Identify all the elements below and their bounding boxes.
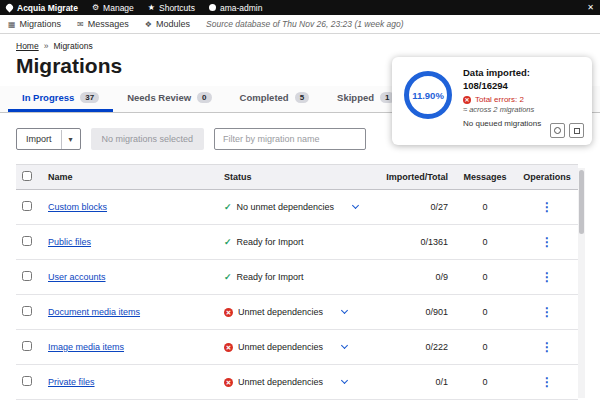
source-database-note: Source database of Thu Nov 26, 23:23 (1 … [206, 19, 404, 29]
select-all-checkbox[interactable] [22, 171, 32, 181]
tab-count-badge: 0 [197, 92, 211, 103]
error-icon: ✕ [224, 378, 233, 387]
migration-link[interactable]: Private files [48, 377, 95, 387]
col-messages: Messages [454, 165, 516, 190]
brand-label: Acquia Migrate [17, 3, 78, 13]
close-icon[interactable]: ✕ [587, 3, 594, 12]
breadcrumb: Home » Migrations [0, 34, 600, 51]
table-row: Document media items ✕Unmet dependencies… [16, 295, 578, 330]
row-checkbox[interactable] [22, 376, 32, 386]
tab-in-progress[interactable]: In Progress 37 [8, 86, 113, 112]
col-name: Name [42, 165, 218, 190]
data-imported-label: Data imported: [463, 67, 541, 80]
breadcrumb-current: Migrations [53, 41, 92, 51]
progress-card-buttons [550, 123, 584, 138]
kebab-menu-icon[interactable]: ⋮ [541, 235, 553, 249]
migration-link[interactable]: Custom blocks [48, 202, 107, 212]
chevron-down-icon: ▾ [61, 130, 80, 149]
table-row: User accounts ✓Ready for Import 0/9 0 ⋮ [16, 260, 578, 295]
stop-icon [574, 128, 580, 134]
puzzle-icon: ❖ [145, 20, 152, 29]
col-imported-total: Imported/Total [376, 165, 454, 190]
admin-item-shortcuts[interactable]: ★ Shortcuts [148, 3, 195, 13]
migrations-table: Name Status Imported/Total Messages Oper… [16, 164, 578, 400]
kebab-menu-icon[interactable]: ⋮ [541, 200, 553, 214]
table-row: Image media items ✕Unmet dependencies 0/… [16, 330, 578, 365]
row-checkbox[interactable] [22, 236, 32, 246]
migration-link[interactable]: Image media items [48, 342, 124, 352]
check-icon: ✓ [224, 202, 232, 212]
messages-count: 0 [454, 365, 516, 400]
across-migrations-note: ≈ across 2 migrations [463, 105, 541, 115]
imported-total-value: 0/901 [376, 295, 454, 330]
migration-link[interactable]: Document media items [48, 307, 140, 317]
brand-acquia-migrate[interactable]: Acquia Migrate [6, 3, 78, 13]
total-errors-line[interactable]: ✕ Total errors: 2 [463, 95, 541, 106]
table-header-row: Name Status Imported/Total Messages Oper… [16, 165, 578, 190]
kebab-menu-icon[interactable]: ⋮ [541, 340, 553, 354]
scrollbar-thumb[interactable] [579, 170, 584, 234]
acquia-droplet-icon [5, 3, 15, 13]
toolbar-item-modules[interactable]: ❖ Modules [145, 19, 190, 29]
kebab-menu-icon[interactable]: ⋮ [541, 270, 553, 284]
admin-item-user[interactable]: ama-admin [209, 3, 263, 13]
error-icon: ✕ [224, 308, 233, 317]
imported-total-value: 0/222 [376, 330, 454, 365]
messages-count: 0 [454, 295, 516, 330]
kebab-menu-icon[interactable]: ⋮ [541, 305, 553, 319]
imported-total-value: 0/9 [376, 260, 454, 295]
table-row: Custom blocks ✓No unmet dependencies 0/2… [16, 190, 578, 225]
filter-migration-input[interactable] [214, 128, 366, 150]
progress-percent: 11.90% [412, 90, 444, 101]
col-status: Status [218, 165, 376, 190]
user-icon [209, 4, 216, 11]
col-operations: Operations [516, 165, 578, 190]
chevron-down-icon[interactable] [341, 342, 348, 349]
check-icon: ✓ [224, 237, 232, 247]
error-icon: ✕ [224, 343, 233, 352]
check-icon: ✓ [224, 272, 232, 282]
grid-icon: ▦ [8, 20, 16, 29]
refresh-icon [554, 127, 561, 134]
toolbar-item-messages[interactable]: ✉ Messages [77, 19, 129, 29]
row-checkbox[interactable] [22, 271, 32, 281]
chevron-down-icon[interactable] [341, 307, 348, 314]
row-checkbox[interactable] [22, 306, 32, 316]
tab-completed[interactable]: Completed 5 [226, 86, 324, 112]
status-text: Unmet dependencies [238, 342, 323, 352]
table-row: Private files ✕Unmet dependencies 0/1 0 … [16, 365, 578, 400]
chevron-down-icon[interactable] [341, 377, 348, 384]
tab-count-badge: 5 [295, 92, 309, 103]
toolbar-item-migrations[interactable]: ▦ Migrations [8, 19, 61, 29]
progress-card-info: Data imported: 108/16294 ✕ Total errors:… [463, 67, 541, 137]
stop-button[interactable] [569, 123, 584, 138]
migration-link[interactable]: Public files [48, 237, 91, 247]
data-imported-value: 108/16294 [463, 80, 541, 93]
status-text: Unmet dependencies [238, 377, 323, 387]
vertical-scrollbar[interactable] [578, 168, 585, 398]
refresh-button[interactable] [550, 123, 565, 138]
migration-link[interactable]: User accounts [48, 272, 106, 282]
admin-item-manage[interactable]: ⚙ Manage [92, 3, 134, 13]
admin-toolbar: Acquia Migrate ⚙ Manage ★ Shortcuts ama-… [0, 0, 600, 15]
row-checkbox[interactable] [22, 341, 32, 351]
tab-count-badge: 37 [80, 92, 99, 103]
status-text: Ready for Import [237, 237, 304, 247]
envelope-icon: ✉ [77, 20, 84, 29]
kebab-menu-icon[interactable]: ⋮ [541, 375, 553, 389]
star-icon: ★ [148, 3, 155, 12]
chevron-down-icon[interactable] [352, 202, 359, 209]
no-migrations-selected-button: No migrations selected [91, 128, 205, 150]
status-text: No unmet dependencies [237, 202, 335, 212]
tab-needs-review[interactable]: Needs Review 0 [113, 86, 225, 112]
imported-total-value: 0/1361 [376, 225, 454, 260]
status-text: Ready for Import [237, 272, 304, 282]
wrench-icon: ⚙ [92, 3, 99, 12]
breadcrumb-home-link[interactable]: Home [16, 41, 39, 51]
queued-migrations-status: No queued migrations [463, 119, 541, 130]
messages-count: 0 [454, 260, 516, 295]
row-checkbox[interactable] [22, 201, 32, 211]
messages-count: 0 [454, 190, 516, 225]
import-dropdown-button[interactable]: Import ▾ [16, 128, 81, 150]
messages-count: 0 [454, 225, 516, 260]
